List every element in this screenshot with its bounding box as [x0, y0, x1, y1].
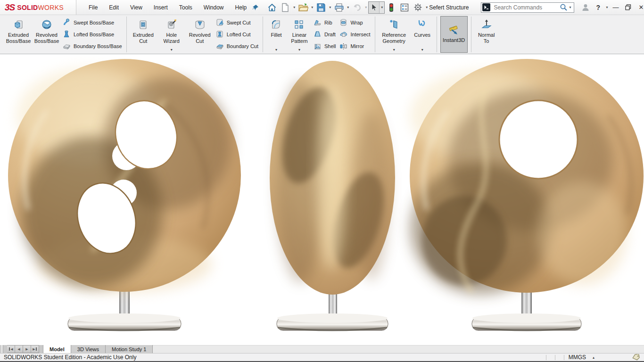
shell-icon	[314, 42, 322, 50]
help-button[interactable]: ?	[592, 1, 604, 14]
normal-to-button[interactable]: NormalTo	[474, 16, 499, 53]
menu-window[interactable]: Window	[198, 2, 230, 13]
button-label: Fillet	[271, 32, 281, 38]
tab-motion-study-1[interactable]: Motion Study 1	[106, 345, 153, 353]
tab-3d-views[interactable]: 3D Views	[71, 345, 106, 353]
button-label: ReferenceGeometry	[382, 32, 406, 44]
dropdown-caret-icon[interactable]: ▾	[275, 48, 277, 52]
revolved-cut-icon	[194, 18, 206, 32]
button-label: RevolvedCut	[189, 32, 211, 44]
tab-nav-first-button[interactable]: ◀	[7, 345, 15, 353]
revolved-boss-base-button[interactable]: RevolvedBoss/Base	[33, 16, 61, 53]
gear-icon[interactable]	[411, 1, 424, 14]
boundary-boss-base-button[interactable]: Boundary Boss/Base	[63, 41, 122, 52]
hole-wizard-button[interactable]: HoleWizard ▾	[157, 16, 186, 53]
revolved-cut-button[interactable]: RevolvedCut	[186, 16, 214, 53]
linear-pattern-button[interactable]: LinearPattern ▾	[287, 16, 312, 53]
close-button[interactable]: ✕	[635, 1, 644, 14]
lofted-cut-button[interactable]: Lofted Cut	[216, 29, 258, 40]
hole-wizard-icon	[165, 18, 178, 32]
features-stack-2: Wrap Intersect Mirror	[338, 16, 372, 53]
intersect-button[interactable]: Intersect	[339, 29, 370, 40]
dropdown-caret-icon[interactable]: ▾	[171, 48, 173, 52]
tab-model[interactable]: Model	[43, 345, 71, 353]
ribbon-group-reference: ReferenceGeometry ▾ Curves ▾	[375, 15, 437, 54]
dropdown-caret-icon[interactable]: ▾	[568, 5, 572, 9]
pedestal-base[interactable]	[472, 313, 581, 330]
search-input[interactable]	[493, 4, 560, 11]
model-tab-bar: ◀ ◀ ▶ ▶ Model 3D Views Motion Study 1	[0, 345, 644, 353]
status-separator	[546, 355, 546, 360]
curves-button[interactable]: Curves ▾	[411, 16, 434, 53]
swept-boss-base-button[interactable]: Swept Boss/Base	[63, 17, 122, 28]
features-stack-1: Rib Draft Shell	[312, 16, 338, 53]
dropdown-caret-icon[interactable]: ▾	[310, 5, 314, 9]
dropdown-caret-icon[interactable]: ▾	[604, 5, 609, 9]
viewport-canvas[interactable]	[0, 54, 644, 345]
minimize-button[interactable]: —	[609, 1, 622, 14]
dropdown-caret-icon[interactable]: ▾	[380, 5, 384, 9]
tab-nav-last-button[interactable]: ▶	[31, 345, 39, 353]
dropdown-caret-icon[interactable]: ▾	[363, 5, 368, 9]
new-document-button[interactable]	[279, 1, 292, 14]
lofted-boss-icon	[63, 30, 71, 38]
shell-button[interactable]: Shell	[314, 41, 336, 52]
home-button[interactable]	[265, 1, 279, 14]
rib-button[interactable]: Rib	[314, 17, 336, 28]
restore-window-button[interactable]	[622, 1, 635, 14]
extruded-cut-button[interactable]: ExtrudedCut	[129, 16, 157, 53]
pane-splitter-handle[interactable]	[1, 345, 3, 353]
swept-cut-button[interactable]: Swept Cut	[216, 17, 258, 28]
user-account-icon[interactable]	[579, 1, 592, 14]
circular-through-hole[interactable]	[499, 100, 578, 179]
boundary-cut-icon	[216, 42, 224, 50]
tag-icon[interactable]	[632, 354, 640, 361]
menu-help[interactable]: Help	[230, 2, 253, 13]
options-list-button[interactable]	[398, 1, 411, 14]
undo-button[interactable]	[350, 1, 363, 14]
menu-file[interactable]: File	[83, 2, 103, 13]
draft-button[interactable]: Draft	[314, 29, 336, 40]
tab-nav-next-button[interactable]: ▶	[23, 345, 31, 353]
ribbon-group-cut: ExtrudedCut HoleWizard ▾ RevolvedCut Swe…	[127, 15, 263, 54]
dropdown-caret-icon[interactable]: ▾	[421, 48, 423, 52]
rebuild-button[interactable]	[385, 1, 398, 14]
wrap-button[interactable]: Wrap	[339, 17, 370, 28]
print-button[interactable]	[332, 1, 346, 14]
dropdown-caret-icon[interactable]: ▾	[292, 5, 297, 9]
dropdown-caret-icon[interactable]: ▾	[328, 5, 332, 9]
save-button[interactable]	[314, 1, 328, 14]
graphics-viewport[interactable]	[0, 54, 644, 345]
document-title: Sefert Structure	[429, 4, 481, 11]
dropdown-caret-icon[interactable]: ▾	[346, 5, 350, 9]
search-commands-box[interactable]: ▾	[481, 2, 574, 13]
status-bar: SOLIDWORKS Student Edition - Academic Us…	[0, 353, 644, 361]
solidworks-window: 3S SOLIDWORKS File Edit View Insert Tool…	[0, 0, 644, 362]
menu-view[interactable]: View	[124, 2, 148, 13]
lofted-boss-base-button[interactable]: Lofted Boss/Base	[63, 29, 122, 40]
mirror-button[interactable]: Mirror	[339, 41, 370, 52]
extruded-boss-base-button[interactable]: ExtrudedBoss/Base	[4, 16, 33, 53]
pedestal-base[interactable]	[277, 313, 388, 330]
unit-system-selector[interactable]: MMGS ▴	[569, 354, 594, 361]
boundary-cut-button[interactable]: Boundary Cut	[216, 41, 258, 52]
menu-edit[interactable]: Edit	[103, 2, 124, 13]
menu-tools[interactable]: Tools	[173, 2, 198, 13]
fillet-button[interactable]: Fillet ▾	[265, 16, 287, 53]
pin-menu-icon[interactable]	[252, 4, 259, 11]
dropdown-caret-icon[interactable]: ▾	[393, 48, 395, 52]
dropdown-caret-icon[interactable]: ▾	[298, 48, 300, 52]
dropdown-caret-icon[interactable]: ▾	[424, 5, 429, 9]
fillet-icon	[270, 18, 282, 32]
reference-geometry-button[interactable]: ReferenceGeometry ▾	[378, 16, 411, 53]
pedestal-base[interactable]	[68, 313, 181, 330]
mirror-icon	[339, 42, 347, 50]
wrap-icon	[339, 18, 347, 26]
brand-name: SOLIDWORKS	[17, 4, 64, 11]
instant3d-button[interactable]: Instant3D	[440, 16, 468, 53]
menu-insert[interactable]: Insert	[148, 2, 173, 13]
tab-nav-prev-button[interactable]: ◀	[15, 345, 23, 353]
search-icon[interactable]	[560, 3, 568, 11]
open-document-button[interactable]	[297, 1, 310, 14]
select-tool-button[interactable]	[369, 2, 380, 13]
